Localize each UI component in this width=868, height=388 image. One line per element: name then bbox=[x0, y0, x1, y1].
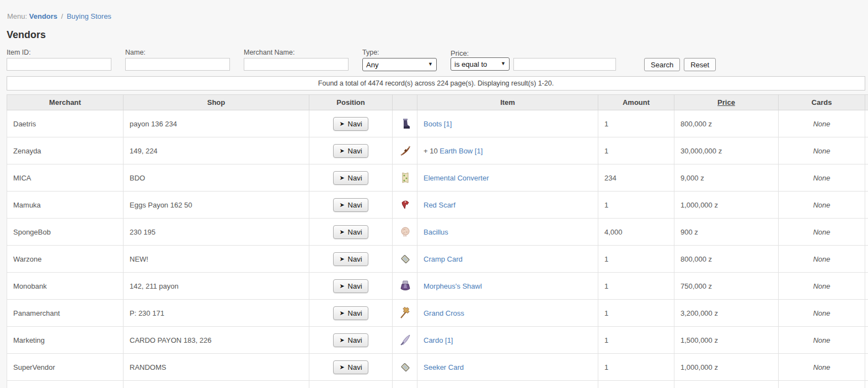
navi-button[interactable]: ➤ Navi bbox=[333, 279, 368, 293]
shop-cell: NEW! bbox=[124, 246, 309, 273]
navi-arrow-icon: ➤ bbox=[339, 202, 344, 208]
search-form: Item ID: Name: Merchant Name: Type: Any … bbox=[7, 49, 868, 71]
item-link[interactable]: Red Scarf bbox=[424, 201, 456, 209]
price-cell: 3,200,000 z bbox=[674, 300, 779, 327]
item-link[interactable]: Cardo [1] bbox=[424, 336, 453, 344]
breadcrumb-separator: / bbox=[61, 12, 63, 20]
merchant-cell: Zenayda bbox=[7, 137, 124, 164]
table-row: Zenayda 149, 224 ➤ Navi + 10 Earth Bow [… bbox=[7, 137, 868, 164]
price-input[interactable] bbox=[513, 58, 616, 71]
navi-button-label: Navi bbox=[348, 147, 362, 155]
item-link[interactable]: Earth Bow [1] bbox=[440, 147, 483, 155]
navi-arrow-icon: ➤ bbox=[339, 337, 344, 343]
column-header-stub bbox=[865, 95, 868, 110]
amount-cell: 1 bbox=[598, 137, 674, 164]
navi-arrow-icon: ➤ bbox=[339, 364, 344, 370]
amount-cell: 234 bbox=[598, 164, 674, 192]
name-input[interactable] bbox=[125, 58, 230, 71]
navi-button[interactable]: ➤ Navi bbox=[333, 225, 368, 239]
navi-button-label: Navi bbox=[348, 120, 362, 128]
navi-button[interactable]: ➤ Navi bbox=[333, 306, 368, 320]
navi-button[interactable]: ➤ Navi bbox=[333, 117, 368, 131]
item-id-input[interactable] bbox=[7, 58, 111, 71]
shop-cell: payon 136 234 bbox=[124, 110, 309, 137]
navi-button[interactable]: ➤ Navi bbox=[333, 198, 368, 212]
price-cell: 800,000 z bbox=[674, 110, 779, 137]
price-label: Price: bbox=[451, 49, 510, 57]
navi-button[interactable]: ➤ Navi bbox=[333, 144, 368, 158]
search-button[interactable]: Search bbox=[644, 58, 680, 71]
merchant-cell: Daetris bbox=[7, 110, 124, 137]
item-link[interactable]: Cramp Card bbox=[424, 255, 463, 263]
navi-button[interactable]: ➤ Navi bbox=[333, 360, 368, 374]
shop-cell: BDO bbox=[124, 164, 309, 192]
cards-cell: None bbox=[779, 164, 865, 192]
breadcrumb: Menu: Vendors / Buying Stores bbox=[0, 0, 868, 20]
card-icon bbox=[399, 360, 412, 374]
table-row bbox=[7, 381, 868, 388]
navi-button[interactable]: ➤ Navi bbox=[333, 252, 368, 266]
column-header-icon bbox=[393, 95, 417, 110]
merchant-cell: Panamerchant bbox=[7, 300, 124, 327]
item-link[interactable]: Bacillus bbox=[424, 228, 448, 236]
merchant-cell: Marketing bbox=[7, 327, 124, 354]
navi-arrow-icon: ➤ bbox=[339, 310, 344, 316]
navi-button-label: Navi bbox=[348, 282, 362, 290]
item-link[interactable]: Morpheus's Shawl bbox=[424, 282, 482, 290]
breadcrumb-link-buying-stores[interactable]: Buying Stores bbox=[67, 12, 111, 20]
breadcrumb-prefix: Menu: bbox=[7, 12, 27, 20]
navi-button[interactable]: ➤ Navi bbox=[333, 333, 368, 347]
amount-cell: 4,000 bbox=[598, 219, 674, 246]
price-cell: 800,000 z bbox=[674, 246, 779, 273]
item-link[interactable]: Grand Cross bbox=[424, 309, 464, 317]
shop-cell: 142, 211 payon bbox=[124, 273, 309, 300]
navi-arrow-icon: ➤ bbox=[339, 229, 344, 235]
amount-cell: 1 bbox=[598, 327, 674, 354]
amount-cell: 1 bbox=[598, 246, 674, 273]
cards-cell: None bbox=[779, 300, 865, 327]
navi-button-label: Navi bbox=[348, 309, 362, 317]
merchant-cell: MICA bbox=[7, 164, 124, 192]
lance-icon bbox=[399, 333, 412, 347]
shawl-icon bbox=[399, 279, 412, 293]
navi-button-label: Navi bbox=[348, 201, 362, 209]
table-row: MICA BDO ➤ Navi Elemental Converter 234 … bbox=[7, 164, 868, 192]
column-header-item: Item bbox=[417, 95, 598, 110]
merchant-name-input[interactable] bbox=[244, 58, 349, 71]
price-cell: 900 z bbox=[674, 219, 779, 246]
shop-cell: 230 195 bbox=[124, 219, 309, 246]
navi-button[interactable]: ➤ Navi bbox=[333, 171, 368, 185]
amount-cell: 1 bbox=[598, 110, 674, 137]
merchant-cell: SuperVendor bbox=[7, 354, 124, 381]
results-summary: Found a total of 4474 record(s) across 2… bbox=[7, 76, 865, 91]
navi-button-label: Navi bbox=[348, 363, 362, 371]
table-row: SpongeBob 230 195 ➤ Navi Bacillus 4,000 … bbox=[7, 219, 868, 246]
price-cell: 750,000 z bbox=[674, 273, 779, 300]
type-label: Type: bbox=[362, 49, 437, 57]
cards-cell: None bbox=[779, 273, 865, 300]
table-row: Mamuka Eggs Payon 162 50 ➤ Navi Red Scar… bbox=[7, 192, 868, 219]
navi-arrow-icon: ➤ bbox=[339, 175, 344, 181]
price-cell: 30,000,000 z bbox=[674, 137, 779, 164]
price-cell: 1,000,000 z bbox=[674, 354, 779, 381]
item-link[interactable]: Boots [1] bbox=[424, 120, 452, 128]
price-operator-select[interactable]: is equal to bbox=[451, 57, 510, 71]
table-row: Warzone NEW! ➤ Navi Cramp Card 1 800,000… bbox=[7, 246, 868, 273]
column-header-position: Position bbox=[309, 95, 393, 110]
merchant-name-label: Merchant Name: bbox=[244, 49, 349, 57]
navi-button-label: Navi bbox=[348, 174, 362, 182]
cards-cell: None bbox=[779, 110, 865, 137]
type-select[interactable]: Any bbox=[362, 58, 437, 71]
item-link[interactable]: Seeker Card bbox=[424, 363, 464, 371]
scroll-icon bbox=[399, 171, 412, 184]
price-cell: 1,500,000 z bbox=[674, 327, 779, 354]
table-row: Daetris payon 136 234 ➤ Navi Boots [1] 1… bbox=[7, 110, 868, 137]
breadcrumb-link-vendors[interactable]: Vendors bbox=[29, 12, 57, 20]
amount-cell: 1 bbox=[598, 192, 674, 219]
item-link[interactable]: Elemental Converter bbox=[424, 174, 489, 182]
amount-cell: 1 bbox=[598, 354, 674, 381]
item-prefix: + 10 bbox=[424, 147, 440, 155]
reset-button[interactable]: Reset bbox=[684, 58, 716, 71]
price-cell: 9,000 z bbox=[674, 164, 779, 192]
column-header-price-sort-link[interactable]: Price bbox=[717, 98, 735, 107]
